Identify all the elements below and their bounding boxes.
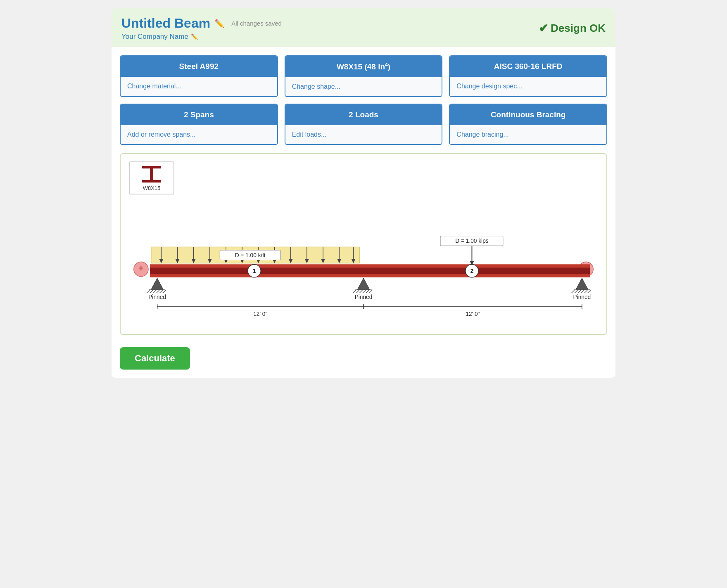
change-bracing-link[interactable]: Change bracing... <box>456 131 508 138</box>
svg-marker-55 <box>357 278 369 289</box>
card-design-spec-header: AISC 360-16 LRFD <box>450 56 606 77</box>
svg-marker-47 <box>151 278 163 289</box>
beam-diagram-svg: + + <box>129 175 598 323</box>
card-design-spec: AISC 360-16 LRFD Change design spec... <box>449 55 607 97</box>
svg-text:+: + <box>138 263 144 273</box>
svg-text:D = 1.00 kips: D = 1.00 kips <box>455 238 489 244</box>
card-shape-body: Change shape... <box>285 77 442 96</box>
title-edit-icon[interactable]: ✏️ <box>214 19 225 28</box>
svg-text:Pinned: Pinned <box>355 294 373 301</box>
card-design-spec-title: AISC 360-16 LRFD <box>494 62 563 71</box>
svg-rect-1 <box>150 168 153 180</box>
svg-line-70 <box>588 290 591 293</box>
svg-line-59 <box>359 290 363 293</box>
svg-line-69 <box>584 290 588 293</box>
svg-line-62 <box>369 290 373 293</box>
company-row: Your Company Name ✏️ <box>121 33 282 41</box>
main-container: Untitled Beam ✏️ All changes saved Your … <box>112 8 615 378</box>
svg-line-54 <box>163 290 166 293</box>
svg-line-67 <box>578 290 581 293</box>
card-material: Steel A992 Change material... <box>120 55 278 97</box>
svg-line-66 <box>575 290 578 293</box>
saved-status: All changes saved <box>231 20 282 27</box>
svg-rect-0 <box>142 166 161 168</box>
svg-text:D = 1.00 k/ft: D = 1.00 k/ft <box>235 252 266 258</box>
svg-line-50 <box>150 290 153 293</box>
change-material-link[interactable]: Change material... <box>127 83 181 90</box>
svg-rect-41 <box>150 268 590 274</box>
svg-text:1: 1 <box>253 268 256 274</box>
svg-text:Pinned: Pinned <box>148 294 166 301</box>
svg-marker-63 <box>576 278 588 289</box>
design-ok-label: Design OK <box>551 22 606 35</box>
card-material-header: Steel A992 <box>121 56 277 77</box>
card-material-body: Change material... <box>121 77 277 96</box>
card-material-title: Steel A992 <box>179 62 219 71</box>
i-beam-icon <box>140 165 163 183</box>
change-shape-link[interactable]: Change shape... <box>292 83 340 90</box>
svg-line-53 <box>159 290 163 293</box>
card-spans-body: Add or remove spans... <box>121 125 277 144</box>
card-design-spec-body: Change design spec... <box>450 77 606 96</box>
svg-text:2: 2 <box>470 268 474 274</box>
svg-text:12' 0": 12' 0" <box>466 311 480 317</box>
add-remove-spans-link[interactable]: Add or remove spans... <box>127 131 195 138</box>
card-shape-header: W8X15 (48 in4) <box>285 56 442 77</box>
shape-thumbnail: W8X15 <box>129 161 174 194</box>
card-spans: 2 Spans Add or remove spans... <box>120 104 278 145</box>
card-loads-header: 2 Loads <box>285 104 442 125</box>
card-bracing: Continuous Bracing Change bracing... <box>449 104 607 145</box>
header-left: Untitled Beam ✏️ All changes saved Your … <box>121 16 282 41</box>
svg-rect-2 <box>142 180 161 183</box>
svg-line-58 <box>356 290 359 293</box>
card-loads: 2 Loads Edit loads... <box>285 104 443 145</box>
svg-text:Pinned: Pinned <box>573 294 591 301</box>
card-loads-body: Edit loads... <box>285 125 442 144</box>
company-name: Your Company Name <box>121 33 188 41</box>
card-shape: W8X15 (48 in4) Change shape... <box>285 55 443 97</box>
card-bracing-title: Continuous Bracing <box>491 110 566 119</box>
cards-grid: Steel A992 Change material... W8X15 (48 … <box>112 47 615 149</box>
svg-text:12' 0": 12' 0" <box>253 311 267 317</box>
card-spans-title: 2 Spans <box>184 110 214 119</box>
card-spans-header: 2 Spans <box>121 104 277 125</box>
svg-line-61 <box>366 290 369 293</box>
svg-rect-42 <box>150 274 590 277</box>
design-ok-badge: ✔ Design OK <box>539 21 606 35</box>
svg-line-60 <box>363 290 366 293</box>
card-bracing-header: Continuous Bracing <box>450 104 606 125</box>
svg-line-65 <box>571 290 575 293</box>
svg-line-52 <box>157 290 160 293</box>
card-bracing-body: Change bracing... <box>450 125 606 144</box>
svg-line-57 <box>353 290 356 293</box>
header-title-row: Untitled Beam ✏️ All changes saved <box>121 16 282 31</box>
header-right: ✔ Design OK <box>539 21 606 35</box>
change-design-spec-link[interactable]: Change design spec... <box>456 83 522 90</box>
beam-title: Untitled Beam <box>121 16 210 31</box>
shape-thumbnail-label: W8X15 <box>143 185 161 191</box>
svg-line-49 <box>147 290 150 293</box>
check-icon: ✔ <box>539 21 548 35</box>
diagram-section: W8X15 + + <box>120 153 607 335</box>
calculate-button[interactable]: Calculate <box>120 347 190 370</box>
edit-loads-link[interactable]: Edit loads... <box>292 131 327 138</box>
company-edit-icon[interactable]: ✏️ <box>191 33 198 40</box>
header: Untitled Beam ✏️ All changes saved Your … <box>112 8 615 47</box>
svg-line-51 <box>153 290 157 293</box>
calculate-section: Calculate <box>112 343 615 378</box>
card-loads-title: 2 Loads <box>349 110 378 119</box>
svg-line-68 <box>581 290 584 293</box>
svg-rect-40 <box>150 265 590 268</box>
